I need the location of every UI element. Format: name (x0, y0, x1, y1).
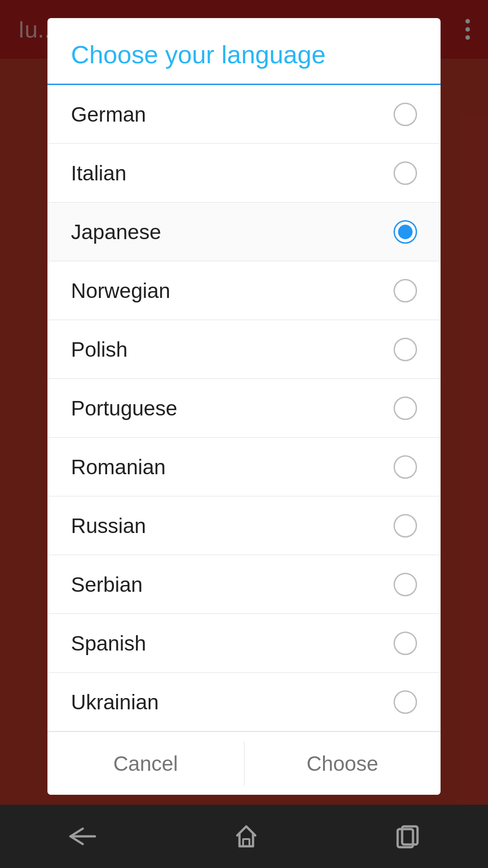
language-label-polish: Polish (71, 337, 127, 362)
language-label-portuguese: Portuguese (71, 396, 177, 420)
radio-inner-japanese (398, 225, 413, 239)
language-item-norwegian[interactable]: Norwegian (47, 261, 441, 320)
language-item-serbian[interactable]: Serbian (47, 555, 441, 614)
language-item-ukrainian[interactable]: Ukrainian (47, 673, 441, 731)
radio-japanese[interactable] (394, 220, 417, 244)
navigation-bar (0, 805, 488, 868)
language-label-russian: Russian (71, 514, 146, 538)
language-label-serbian: Serbian (71, 572, 143, 597)
language-item-romanian[interactable]: Romanian (47, 438, 441, 496)
radio-romanian[interactable] (394, 455, 417, 479)
language-label-spanish: Spanish (71, 631, 146, 656)
language-item-russian[interactable]: Russian (47, 496, 441, 555)
dialog-backdrop: Choose your language GermanItalianJapane… (0, 0, 488, 868)
radio-italian[interactable] (394, 161, 417, 185)
dialog-header: Choose your language (47, 18, 441, 85)
language-label-italian: Italian (71, 161, 127, 185)
language-label-japanese: Japanese (71, 220, 161, 244)
radio-spanish[interactable] (394, 632, 417, 655)
language-label-norwegian: Norwegian (71, 278, 170, 303)
home-button[interactable] (233, 823, 260, 850)
language-item-polish[interactable]: Polish (47, 320, 441, 379)
radio-norwegian[interactable] (394, 279, 417, 302)
recents-button[interactable] (394, 823, 421, 850)
radio-russian[interactable] (394, 514, 417, 538)
cancel-button[interactable]: Cancel (47, 732, 244, 795)
language-item-japanese[interactable]: Japanese (47, 203, 441, 261)
radio-ukrainian[interactable] (394, 690, 417, 714)
language-list: GermanItalianJapaneseNorwegianPolishPort… (47, 85, 441, 731)
radio-polish[interactable] (394, 338, 417, 361)
radio-portuguese[interactable] (394, 396, 417, 420)
language-item-portuguese[interactable]: Portuguese (47, 379, 441, 438)
language-item-german[interactable]: German (47, 85, 441, 144)
choose-button[interactable]: Choose (244, 732, 441, 795)
language-label-ukrainian: Ukrainian (71, 690, 159, 714)
language-item-spanish[interactable]: Spanish (47, 614, 441, 673)
language-label-german: German (71, 102, 146, 127)
language-label-romanian: Romanian (71, 455, 166, 479)
back-button[interactable] (67, 825, 99, 848)
dialog-title: Choose your language (71, 40, 326, 69)
radio-german[interactable] (394, 103, 417, 126)
language-dialog: Choose your language GermanItalianJapane… (47, 18, 441, 795)
language-item-italian[interactable]: Italian (47, 144, 441, 203)
dialog-actions: Cancel Choose (47, 731, 441, 795)
radio-serbian[interactable] (394, 573, 417, 596)
